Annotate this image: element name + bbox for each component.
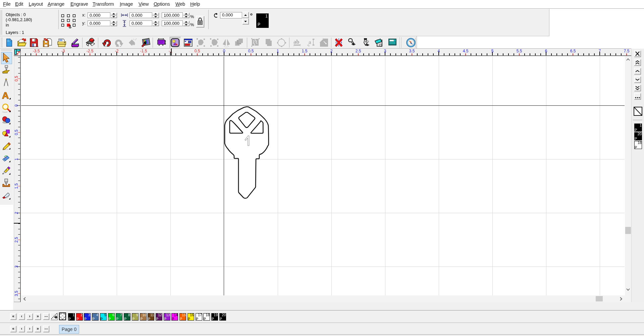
svg-text:5: 5 [491, 49, 494, 53]
svg-text:7.5: 7.5 [624, 49, 630, 53]
svg-text:6: 6 [545, 49, 547, 53]
svg-text:a: a [309, 39, 311, 45]
svg-text:0.5: 0.5 [14, 130, 19, 135]
svg-text:1: 1 [14, 158, 19, 160]
svg-text:1.5: 1.5 [14, 183, 19, 189]
svg-text:7: 7 [599, 49, 601, 53]
svg-text:2.5: 2.5 [14, 237, 19, 243]
svg-text:-2.5: -2.5 [87, 49, 94, 53]
svg-text:4.5: 4.5 [463, 49, 469, 53]
svg-text:3: 3 [14, 266, 19, 268]
svg-text:3.5: 3.5 [14, 291, 19, 296]
svg-text:-1: -1 [169, 49, 172, 53]
svg-text:-3: -3 [61, 49, 65, 53]
svg-text:2: 2 [330, 49, 333, 53]
svg-text:2.5: 2.5 [356, 49, 361, 53]
svg-text:0: 0 [14, 104, 19, 107]
svg-text:5.5: 5.5 [517, 49, 522, 53]
svg-text:0.5: 0.5 [14, 76, 19, 82]
svg-text:ab: ab [293, 39, 300, 45]
svg-text:0: 0 [223, 49, 225, 53]
svg-text:-3.5: -3.5 [33, 49, 40, 53]
svg-text:3.5: 3.5 [409, 49, 415, 53]
svg-text:3: 3 [384, 49, 386, 53]
svg-text:1.5: 1.5 [302, 49, 308, 53]
svg-text:A: A [2, 90, 9, 100]
svg-text:4: 4 [438, 49, 440, 53]
svg-text:6.5: 6.5 [570, 49, 576, 53]
svg-text:2: 2 [14, 212, 19, 214]
svg-text:0.5: 0.5 [248, 49, 254, 53]
svg-text:1: 1 [277, 49, 279, 53]
svg-text:0.5: 0.5 [195, 49, 200, 53]
svg-text:-1.5: -1.5 [140, 49, 147, 53]
svg-text:-2: -2 [115, 49, 119, 53]
